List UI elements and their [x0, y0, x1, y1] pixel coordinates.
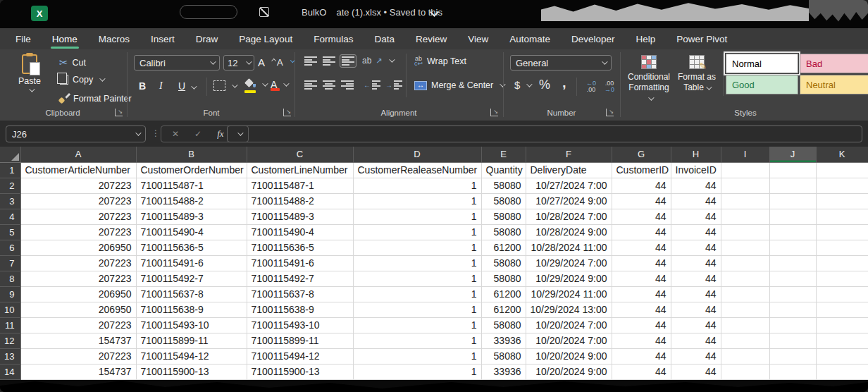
name-box[interactable]: J26	[6, 125, 146, 142]
row-number[interactable]: 6	[0, 240, 20, 255]
cell[interactable]	[769, 224, 816, 240]
cell[interactable]: 7100115637-8	[136, 286, 247, 302]
cell[interactable]: 44	[671, 178, 721, 193]
cell[interactable]: 10/29/2024 9:00	[526, 271, 612, 286]
cell[interactable]	[721, 317, 769, 333]
cell-style-chip[interactable]: Normal	[726, 54, 798, 73]
ribbon-tab[interactable]: Macros	[97, 30, 131, 48]
cell[interactable]: CustomerLineNumber	[247, 162, 353, 178]
row-number[interactable]: 11	[0, 317, 20, 333]
cell[interactable]: 7100115493-10	[136, 317, 247, 333]
cell[interactable]: 7100115490-4	[247, 224, 353, 240]
row-number[interactable]: 4	[0, 209, 20, 224]
cell[interactable]	[721, 255, 769, 271]
formula-input[interactable]	[227, 125, 862, 142]
column-header[interactable]: K	[816, 147, 868, 162]
cell[interactable]: 1	[353, 193, 481, 209]
wrap-text-button[interactable]: abc↩ Wrap Text	[414, 56, 466, 66]
cell[interactable]	[816, 209, 868, 224]
select-all-corner[interactable]	[0, 147, 20, 162]
cell[interactable]: 7100115638-9	[247, 302, 353, 317]
cell[interactable]: 44	[612, 364, 671, 379]
middle-align-button[interactable]	[321, 55, 337, 67]
cell[interactable]	[816, 193, 868, 209]
cell[interactable]: 7100115487-1	[136, 178, 247, 193]
cell[interactable]: 1	[353, 348, 481, 364]
alignment-dialog-launcher[interactable]: ↘	[490, 109, 498, 116]
row-number[interactable]: 2	[0, 178, 20, 193]
font-dialog-launcher[interactable]: ↘	[283, 109, 291, 116]
ribbon-tab[interactable]: Formulas	[312, 30, 354, 48]
cell[interactable]	[769, 162, 816, 178]
cell[interactable]: 1	[353, 302, 481, 317]
cell[interactable]: 207223	[20, 209, 136, 224]
cell[interactable]: 1	[353, 317, 481, 333]
cell[interactable]: 7100115489-3	[247, 209, 353, 224]
insert-function-button[interactable]: fx	[213, 128, 228, 140]
cell[interactable]: 33936	[481, 333, 526, 348]
cell[interactable]: 44	[671, 348, 721, 364]
cell[interactable]	[816, 271, 868, 286]
column-header[interactable]: G	[612, 147, 671, 162]
cell[interactable]: 1	[353, 224, 481, 240]
cell[interactable]: 1	[353, 286, 481, 302]
cell[interactable]: 7100115899-11	[247, 333, 353, 348]
cell[interactable]	[721, 209, 769, 224]
fill-color-button[interactable]	[244, 79, 266, 90]
cell[interactable]	[816, 240, 868, 255]
cell[interactable]: 206950	[20, 286, 136, 302]
cell[interactable]	[816, 333, 868, 348]
cell[interactable]	[816, 302, 868, 317]
cell[interactable]: 61200	[481, 302, 526, 317]
cell[interactable]: 1	[353, 271, 481, 286]
number-dialog-launcher[interactable]: ↘	[606, 109, 614, 116]
cell[interactable]: 44	[612, 286, 671, 302]
quick-access-toolbar[interactable]	[180, 5, 237, 19]
cell[interactable]	[816, 364, 868, 379]
ribbon-tab[interactable]: Insert	[149, 30, 176, 48]
cell[interactable]	[816, 162, 868, 178]
ribbon-tab[interactable]: Home	[51, 30, 79, 48]
ribbon-tab[interactable]: View	[466, 30, 490, 48]
font-color-button[interactable]: A	[271, 79, 287, 90]
decrease-indent-button[interactable]: ←	[362, 79, 382, 91]
cell[interactable]: 1	[353, 255, 481, 271]
cell[interactable]: 44	[612, 224, 671, 240]
ribbon-tab[interactable]: Draw	[194, 30, 220, 48]
grow-font-button[interactable]: A	[258, 56, 274, 68]
cell[interactable]	[769, 240, 816, 255]
cell[interactable]: 10/20/2024 7:00	[526, 317, 612, 333]
row-number[interactable]: 7	[0, 255, 20, 271]
cell[interactable]: 58080	[481, 209, 526, 224]
cell[interactable]: 7100115899-11	[136, 333, 247, 348]
cell[interactable]	[769, 302, 816, 317]
cell[interactable]: 44	[671, 333, 721, 348]
cell[interactable]: 58080	[481, 224, 526, 240]
cell[interactable]: 207223	[20, 255, 136, 271]
align-center-button[interactable]	[321, 79, 337, 91]
row-number[interactable]: 10	[0, 302, 20, 317]
cell[interactable]	[721, 271, 769, 286]
cell[interactable]	[769, 271, 816, 286]
cell[interactable]: 10/29/2024 11:00	[526, 286, 612, 302]
cell[interactable]	[816, 348, 868, 364]
cell[interactable]: 206950	[20, 240, 136, 255]
cell[interactable]: 154737	[20, 364, 136, 379]
cell[interactable]: 7100115494-12	[136, 348, 247, 364]
cell[interactable]	[721, 348, 769, 364]
cell[interactable]: 58080	[481, 193, 526, 209]
underline-button[interactable]: U	[178, 80, 185, 92]
row-number[interactable]: 12	[0, 333, 20, 348]
row-number[interactable]: 9	[0, 286, 20, 302]
align-right-button[interactable]	[340, 79, 355, 91]
cell[interactable]: 44	[671, 193, 721, 209]
decrease-decimal-button[interactable]: .00 →0	[600, 80, 619, 94]
cell[interactable]	[769, 286, 816, 302]
ribbon-tab[interactable]: Review	[414, 30, 448, 48]
cell[interactable]	[769, 193, 816, 209]
conditional-formatting-button[interactable]: Conditional Formatting	[626, 55, 672, 104]
cell[interactable]	[769, 333, 816, 348]
cell[interactable]: 10/27/2024 7:00	[526, 178, 612, 193]
cell[interactable]: 7100115490-4	[136, 224, 247, 240]
cell[interactable]: 33936	[481, 364, 526, 379]
